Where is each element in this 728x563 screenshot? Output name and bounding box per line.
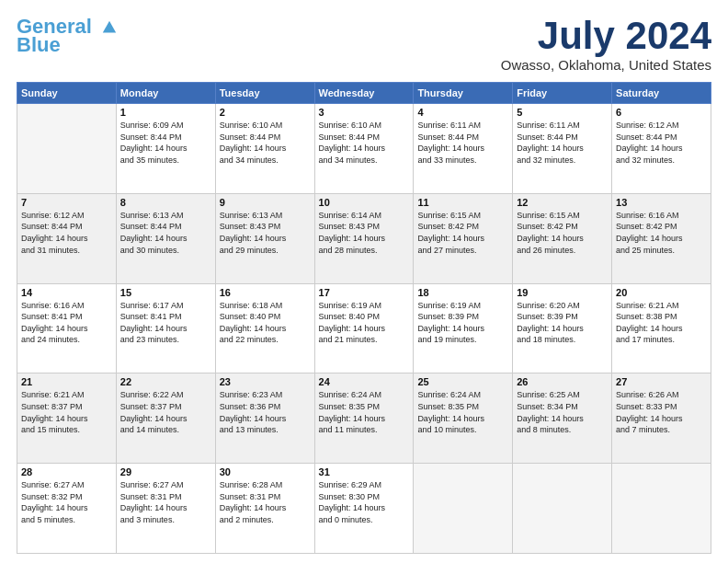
table-row: 31Sunrise: 6:29 AM Sunset: 8:30 PM Dayli…: [314, 464, 414, 554]
day-info: Sunrise: 6:16 AM Sunset: 8:41 PM Dayligh…: [21, 300, 112, 346]
day-info: Sunrise: 6:10 AM Sunset: 8:44 PM Dayligh…: [319, 120, 410, 166]
calendar-week-row: 14Sunrise: 6:16 AM Sunset: 8:41 PM Dayli…: [17, 283, 711, 373]
table-row: [17, 104, 117, 194]
day-number: 18: [417, 287, 508, 298]
day-info: Sunrise: 6:21 AM Sunset: 8:38 PM Dayligh…: [616, 300, 707, 346]
table-row: 18Sunrise: 6:19 AM Sunset: 8:39 PM Dayli…: [414, 283, 513, 373]
table-row: 1Sunrise: 6:09 AM Sunset: 8:44 PM Daylig…: [116, 104, 215, 194]
day-number: 8: [120, 197, 211, 208]
table-row: 20Sunrise: 6:21 AM Sunset: 8:38 PM Dayli…: [612, 283, 711, 373]
day-info: Sunrise: 6:21 AM Sunset: 8:37 PM Dayligh…: [21, 389, 112, 435]
calendar-week-row: 28Sunrise: 6:27 AM Sunset: 8:32 PM Dayli…: [17, 464, 711, 554]
day-number: 19: [517, 287, 608, 298]
day-number: 11: [417, 197, 508, 208]
day-info: Sunrise: 6:25 AM Sunset: 8:34 PM Dayligh…: [517, 389, 608, 435]
day-number: 14: [21, 287, 112, 298]
day-info: Sunrise: 6:15 AM Sunset: 8:42 PM Dayligh…: [517, 210, 608, 256]
table-row: 12Sunrise: 6:15 AM Sunset: 8:42 PM Dayli…: [513, 193, 612, 283]
table-row: 11Sunrise: 6:15 AM Sunset: 8:42 PM Dayli…: [414, 193, 513, 283]
calendar-header-row: Sunday Monday Tuesday Wednesday Thursday…: [17, 83, 711, 104]
table-row: 9Sunrise: 6:13 AM Sunset: 8:43 PM Daylig…: [215, 193, 314, 283]
day-number: 15: [120, 287, 211, 298]
day-info: Sunrise: 6:11 AM Sunset: 8:44 PM Dayligh…: [517, 120, 608, 166]
header: General Blue July 2024 Owasso, Oklahoma,…: [17, 17, 711, 73]
table-row: 19Sunrise: 6:20 AM Sunset: 8:39 PM Dayli…: [513, 283, 612, 373]
table-row: 21Sunrise: 6:21 AM Sunset: 8:37 PM Dayli…: [17, 373, 117, 464]
col-thursday: Thursday: [414, 83, 513, 104]
day-info: Sunrise: 6:24 AM Sunset: 8:35 PM Dayligh…: [417, 389, 508, 435]
day-info: Sunrise: 6:19 AM Sunset: 8:40 PM Dayligh…: [319, 300, 410, 346]
day-number: 22: [120, 376, 211, 387]
day-number: 4: [417, 107, 508, 118]
day-info: Sunrise: 6:24 AM Sunset: 8:35 PM Dayligh…: [319, 389, 410, 435]
day-number: 21: [21, 376, 112, 387]
table-row: 8Sunrise: 6:13 AM Sunset: 8:44 PM Daylig…: [116, 193, 215, 283]
table-row: 2Sunrise: 6:10 AM Sunset: 8:44 PM Daylig…: [215, 104, 314, 194]
svg-marker-0: [103, 21, 116, 33]
location: Owasso, Oklahoma, United States: [501, 57, 711, 73]
day-info: Sunrise: 6:29 AM Sunset: 8:30 PM Dayligh…: [319, 479, 410, 525]
table-row: 5Sunrise: 6:11 AM Sunset: 8:44 PM Daylig…: [513, 104, 612, 194]
day-number: 9: [220, 197, 311, 208]
day-number: 3: [319, 107, 410, 118]
day-info: Sunrise: 6:18 AM Sunset: 8:40 PM Dayligh…: [220, 300, 311, 346]
day-number: 13: [616, 197, 707, 208]
day-number: 7: [21, 197, 112, 208]
table-row: [414, 464, 513, 554]
day-number: 10: [319, 197, 410, 208]
table-row: [513, 464, 612, 554]
col-wednesday: Wednesday: [314, 83, 414, 104]
col-friday: Friday: [513, 83, 612, 104]
day-number: 30: [220, 466, 311, 477]
day-number: 17: [319, 287, 410, 298]
table-row: 3Sunrise: 6:10 AM Sunset: 8:44 PM Daylig…: [314, 104, 414, 194]
col-tuesday: Tuesday: [215, 83, 314, 104]
table-row: 7Sunrise: 6:12 AM Sunset: 8:44 PM Daylig…: [17, 193, 117, 283]
table-row: 16Sunrise: 6:18 AM Sunset: 8:40 PM Dayli…: [215, 283, 314, 373]
title-block: July 2024 Owasso, Oklahoma, United State…: [501, 17, 711, 73]
day-number: 16: [220, 287, 311, 298]
table-row: 25Sunrise: 6:24 AM Sunset: 8:35 PM Dayli…: [414, 373, 513, 464]
day-number: 1: [120, 107, 211, 118]
day-info: Sunrise: 6:15 AM Sunset: 8:42 PM Dayligh…: [417, 210, 508, 256]
table-row: 10Sunrise: 6:14 AM Sunset: 8:43 PM Dayli…: [314, 193, 414, 283]
table-row: 26Sunrise: 6:25 AM Sunset: 8:34 PM Dayli…: [513, 373, 612, 464]
col-monday: Monday: [116, 83, 215, 104]
table-row: 30Sunrise: 6:28 AM Sunset: 8:31 PM Dayli…: [215, 464, 314, 554]
table-row: 15Sunrise: 6:17 AM Sunset: 8:41 PM Dayli…: [116, 283, 215, 373]
day-number: 31: [319, 466, 410, 477]
day-number: 5: [517, 107, 608, 118]
day-info: Sunrise: 6:28 AM Sunset: 8:31 PM Dayligh…: [220, 479, 311, 525]
day-info: Sunrise: 6:14 AM Sunset: 8:43 PM Dayligh…: [319, 210, 410, 256]
day-number: 20: [616, 287, 707, 298]
day-info: Sunrise: 6:22 AM Sunset: 8:37 PM Dayligh…: [120, 389, 211, 435]
day-number: 12: [517, 197, 608, 208]
table-row: [612, 464, 711, 554]
day-number: 26: [517, 376, 608, 387]
day-number: 23: [220, 376, 311, 387]
page: General Blue July 2024 Owasso, Oklahoma,…: [0, 0, 728, 563]
day-info: Sunrise: 6:27 AM Sunset: 8:31 PM Dayligh…: [120, 479, 211, 525]
logo: General Blue: [17, 17, 118, 55]
day-info: Sunrise: 6:10 AM Sunset: 8:44 PM Dayligh…: [220, 120, 311, 166]
table-row: 27Sunrise: 6:26 AM Sunset: 8:33 PM Dayli…: [612, 373, 711, 464]
day-number: 28: [21, 466, 112, 477]
day-info: Sunrise: 6:26 AM Sunset: 8:33 PM Dayligh…: [616, 389, 707, 435]
day-info: Sunrise: 6:17 AM Sunset: 8:41 PM Dayligh…: [120, 300, 211, 346]
calendar-table: Sunday Monday Tuesday Wednesday Thursday…: [17, 82, 711, 554]
day-info: Sunrise: 6:12 AM Sunset: 8:44 PM Dayligh…: [21, 210, 112, 256]
col-sunday: Sunday: [17, 83, 117, 104]
table-row: 22Sunrise: 6:22 AM Sunset: 8:37 PM Dayli…: [116, 373, 215, 464]
day-number: 27: [616, 376, 707, 387]
table-row: 14Sunrise: 6:16 AM Sunset: 8:41 PM Dayli…: [17, 283, 117, 373]
day-number: 25: [417, 376, 508, 387]
table-row: 6Sunrise: 6:12 AM Sunset: 8:44 PM Daylig…: [612, 104, 711, 194]
table-row: 17Sunrise: 6:19 AM Sunset: 8:40 PM Dayli…: [314, 283, 414, 373]
day-info: Sunrise: 6:13 AM Sunset: 8:43 PM Dayligh…: [220, 210, 311, 256]
day-number: 29: [120, 466, 211, 477]
table-row: 29Sunrise: 6:27 AM Sunset: 8:31 PM Dayli…: [116, 464, 215, 554]
day-number: 6: [616, 107, 707, 118]
day-info: Sunrise: 6:11 AM Sunset: 8:44 PM Dayligh…: [417, 120, 508, 166]
table-row: 28Sunrise: 6:27 AM Sunset: 8:32 PM Dayli…: [17, 464, 117, 554]
table-row: 13Sunrise: 6:16 AM Sunset: 8:42 PM Dayli…: [612, 193, 711, 283]
